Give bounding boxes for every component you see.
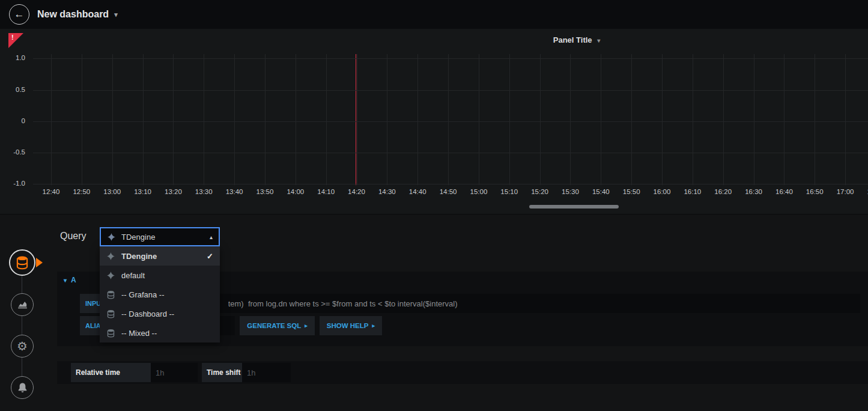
chevron-up-icon: ▴ <box>210 234 213 240</box>
query-row-letter: A <box>71 276 76 284</box>
datasource-option-label: -- Grafana -- <box>121 290 165 299</box>
time-options-row: Relative time Time shift <box>57 361 868 384</box>
x-gridline <box>479 54 479 185</box>
page-title: New dashboard <box>37 9 109 20</box>
caret-right-icon: ▸ <box>305 323 308 329</box>
datasource-option-label: -- Dashboard -- <box>121 309 174 318</box>
x-axis-tick: 15:40 <box>587 188 614 195</box>
x-axis-tick: 13:00 <box>99 188 126 195</box>
panel-chart: ! Panel Title ▾ 12:4012:5013:0013:1013:2… <box>0 29 868 215</box>
show-help-label: SHOW HELP <box>327 322 369 329</box>
x-gridline <box>357 54 357 185</box>
y-axis-tick: 0 <box>4 117 25 124</box>
show-help-button[interactable]: SHOW HELP ▸ <box>320 316 382 335</box>
x-axis-tick: 14:00 <box>282 188 309 195</box>
generate-sql-button[interactable]: GENERATE SQL ▸ <box>240 316 314 335</box>
star-icon <box>106 252 115 261</box>
x-axis-tick: 15:00 <box>466 188 492 195</box>
query-section-label: Query <box>60 231 86 242</box>
panel-error-corner[interactable] <box>8 33 23 48</box>
sql-input[interactable] <box>129 294 860 313</box>
x-gridline <box>570 54 571 185</box>
x-gridline <box>723 54 724 185</box>
datasource-option[interactable]: -- Mixed -- <box>100 323 220 342</box>
x-axis-tick: 17:10 <box>863 188 868 195</box>
y-gridline <box>33 184 868 184</box>
editor-tab-queries[interactable] <box>9 249 35 276</box>
x-gridline <box>82 54 82 185</box>
y-axis-tick: 0.5 <box>4 86 25 93</box>
x-gridline <box>112 54 113 185</box>
panel-title: Panel Title <box>553 35 592 44</box>
editor-tab-visualization[interactable] <box>11 293 34 316</box>
x-axis-tick: 12:40 <box>38 188 64 195</box>
horizontal-scrollbar[interactable] <box>529 205 619 209</box>
x-axis-tick: 17:00 <box>832 188 858 195</box>
database-icon <box>106 309 115 318</box>
datasource-option-label: default <box>121 271 145 280</box>
datasource-menu: TDengine✓default-- Grafana ---- Dashboar… <box>100 246 220 342</box>
chevron-down-icon: ▾ <box>114 11 118 19</box>
time-shift-label: Time shift <box>202 363 242 382</box>
active-tab-pointer <box>36 258 43 267</box>
star-icon <box>106 271 115 280</box>
x-axis-tick: 12:50 <box>68 188 95 195</box>
x-axis-tick: 14:20 <box>344 188 370 195</box>
caret-right-icon: ▸ <box>372 323 375 329</box>
datasource-option[interactable]: -- Grafana -- <box>100 285 220 304</box>
x-axis-tick: 14:40 <box>404 188 431 195</box>
x-gridline <box>631 54 632 185</box>
x-axis-tick: 14:30 <box>374 188 400 195</box>
x-gridline <box>754 54 754 185</box>
dashboard-title-menu[interactable]: New dashboard ▾ <box>37 0 118 29</box>
x-axis-tick: 15:50 <box>618 188 645 195</box>
datasource-picker[interactable]: TDengine ▴ <box>100 227 220 246</box>
datasource-option[interactable]: default <box>100 266 220 285</box>
datasource-option[interactable]: -- Dashboard -- <box>100 304 220 323</box>
gear-icon: ⚙ <box>17 340 28 352</box>
x-gridline <box>815 54 815 185</box>
generate-sql-label: GENERATE SQL <box>247 322 301 329</box>
y-gridline <box>33 90 868 91</box>
x-gridline <box>387 54 387 185</box>
check-icon: ✓ <box>207 252 213 261</box>
x-axis-tick: 16:00 <box>649 188 675 195</box>
y-axis-tick: -1.0 <box>4 180 25 187</box>
panel-title-menu[interactable]: Panel Title ▾ <box>517 35 637 44</box>
x-gridline <box>326 54 327 185</box>
database-icon <box>15 255 29 270</box>
y-axis-tick: 1.0 <box>4 54 25 61</box>
editor-tab-alert[interactable] <box>11 376 34 399</box>
x-gridline <box>845 54 846 185</box>
x-axis-tick: 13:40 <box>221 188 247 195</box>
datasource-option-label: -- Mixed -- <box>121 329 157 338</box>
x-gridline <box>143 54 144 185</box>
x-axis-tick: 15:20 <box>527 188 553 195</box>
database-icon <box>106 329 115 338</box>
x-gridline <box>265 54 266 185</box>
editor-tab-general[interactable]: ⚙ <box>11 335 34 358</box>
x-axis-tick: 13:30 <box>190 188 217 195</box>
relative-time-input[interactable] <box>151 363 198 382</box>
y-gridline <box>33 121 868 122</box>
x-axis-tick: 16:50 <box>801 188 828 195</box>
database-icon <box>106 290 115 299</box>
back-button[interactable]: ← <box>9 4 29 25</box>
x-gridline <box>51 54 52 185</box>
datasource-selected-label: TDengine <box>121 233 155 242</box>
y-gridline <box>33 58 868 59</box>
x-gridline <box>234 54 235 185</box>
x-axis-tick: 16:10 <box>679 188 706 195</box>
x-gridline <box>540 54 541 185</box>
time-shift-input[interactable] <box>242 363 291 382</box>
datasource-option[interactable]: TDengine✓ <box>100 246 220 266</box>
relative-time-label: Relative time <box>71 363 151 382</box>
tabs-connector-line <box>22 263 22 388</box>
app-header: ← New dashboard ▾ <box>0 0 868 29</box>
warning-icon: ! <box>11 34 14 41</box>
y-axis-tick: -0.5 <box>4 148 25 156</box>
datasource-option-label: TDengine <box>121 252 157 261</box>
x-gridline <box>693 54 693 185</box>
x-gridline <box>662 54 663 185</box>
chevron-down-icon: ▾ <box>597 37 600 44</box>
